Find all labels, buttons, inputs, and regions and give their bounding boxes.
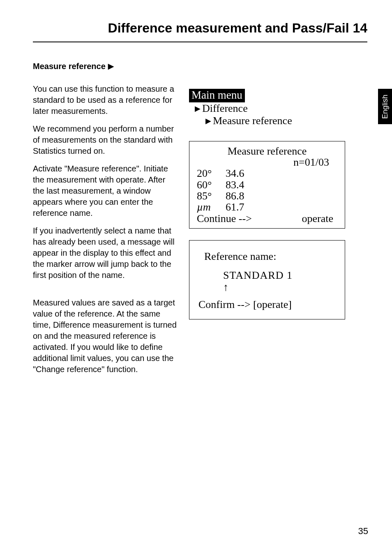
lcd-label: 20°	[197, 168, 226, 179]
paragraph: Measured values are saved as a target va…	[33, 297, 177, 375]
lcd-value: 61.7	[226, 201, 244, 213]
lcd-value: 86.8	[226, 190, 244, 201]
lcd-label: µm	[197, 201, 226, 213]
lcd-prompt: Continue --> operate	[197, 213, 337, 224]
lcd-confirm-label: Confirm --> [operate]	[198, 298, 336, 312]
section-heading: Measure reference ▶	[33, 61, 177, 72]
paragraph: Activate "Measure reference". Initiate t…	[33, 163, 177, 219]
lcd-title: Measure reference	[197, 146, 337, 157]
heading-text: Measure reference	[33, 61, 106, 72]
lcd-title: Reference name:	[198, 250, 336, 264]
lcd-name-entry-screen: Reference name: STANDARD 1 ↑ Confirm -->…	[189, 240, 345, 319]
page-number: 35	[358, 526, 368, 537]
breadcrumb-level2: Measure reference	[213, 115, 292, 127]
lcd-operate-label: operate	[302, 213, 333, 224]
lcd-data-row: 60° 83.4	[197, 179, 337, 190]
lcd-label: 60°	[197, 179, 226, 190]
paragraph: We recommend you perform a number of mea…	[33, 123, 177, 157]
lcd-reference-name: STANDARD 1	[198, 268, 336, 282]
triangle-right-icon: ▶	[195, 104, 201, 113]
triangle-right-icon: ▶	[108, 61, 114, 71]
lcd-counter: n=01/03	[197, 157, 337, 168]
lcd-data-row: µm 61.7	[197, 201, 337, 213]
body-text-column: Measure reference ▶ You can use this fun…	[33, 61, 177, 382]
paragraph: If you inadvertently select a name that …	[33, 225, 177, 281]
up-arrow-icon: ↑	[198, 282, 336, 292]
lcd-data-row: 85° 86.8	[197, 190, 337, 201]
lcd-measure-screen: Measure reference n=01/03 20° 34.6 60° 8…	[189, 141, 345, 229]
lcd-value: 34.6	[226, 168, 244, 179]
breadcrumb-level1: Difference	[202, 102, 248, 115]
paragraph: You can use this function to measure a s…	[33, 83, 177, 117]
language-tab: English	[378, 89, 392, 124]
page-title: Difference measurement and Pass/Fail 14	[33, 21, 367, 42]
triangle-right-icon: ▶	[205, 117, 211, 125]
figure-column: Main menu ▶ Difference ▶ Measure referen…	[189, 61, 367, 382]
lcd-label: 85°	[197, 190, 226, 201]
menu-breadcrumb: Main menu ▶ Difference ▶ Measure referen…	[189, 89, 367, 127]
lcd-continue-label: Continue -->	[197, 213, 252, 224]
lcd-data-row: 20° 34.6	[197, 168, 337, 179]
lcd-value: 83.4	[226, 179, 244, 190]
breadcrumb-root: Main menu	[189, 89, 245, 102]
